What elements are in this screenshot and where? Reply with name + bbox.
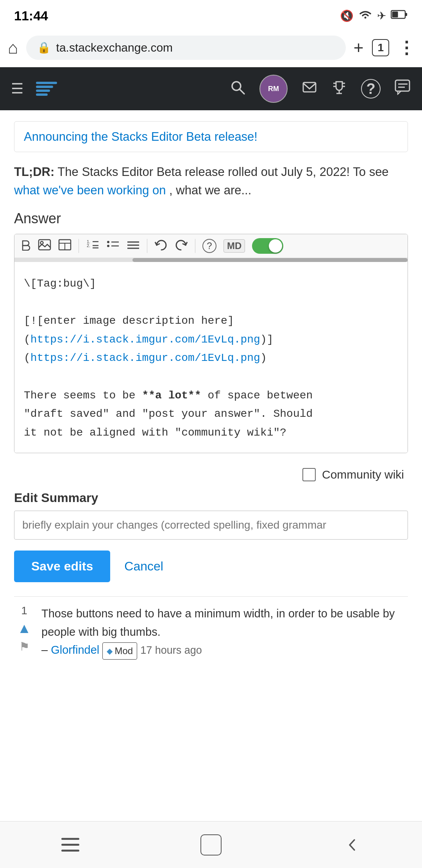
- battery-icon: [391, 9, 408, 22]
- tldr-content2: , what we are...: [169, 183, 251, 197]
- site-header: ☰ RM: [0, 67, 422, 110]
- browser-bar: ⌂ 🔒 ta.stackexchange.com + 1 ⋮: [0, 28, 422, 67]
- tldr-text: TL;DR: The Stacks Editor Beta release ro…: [14, 163, 408, 199]
- home-icon[interactable]: ⌂: [8, 38, 18, 57]
- editor-line-7: There seems to be **a lot** of space bet…: [24, 386, 398, 405]
- main-content: Announcing the Stacks Editor Beta releas…: [0, 110, 422, 671]
- svg-rect-1: [392, 12, 398, 18]
- svg-rect-5: [303, 82, 316, 92]
- svg-text:2.: 2.: [87, 243, 90, 248]
- tldr-label: TL;DR:: [14, 165, 54, 179]
- editor-line-4: (https://i.stack.imgur.com/1EvLq.png)]: [24, 330, 398, 349]
- editor-line-1: \[Tag:bug\]: [24, 274, 398, 293]
- community-wiki-row: Community wiki: [14, 464, 408, 491]
- editor-container: 1. 2.: [14, 234, 408, 453]
- status-icons: 🔇 ✈: [340, 9, 408, 23]
- svg-rect-12: [395, 80, 409, 91]
- mod-label: Mod: [114, 644, 133, 658]
- toolbar-scrollbar-thumb: [132, 258, 408, 262]
- editor-toolbar: 1. 2.: [14, 234, 408, 258]
- nav-line-3: [61, 850, 79, 852]
- mod-diamond-icon: ◆: [107, 645, 113, 657]
- tldr-content: The Stacks Editor Beta release rolled ou…: [57, 165, 388, 179]
- logo-line-4: [36, 93, 48, 96]
- lock-icon: 🔒: [37, 41, 51, 54]
- ordered-list-icon[interactable]: 1. 2.: [86, 239, 99, 253]
- save-edits-button[interactable]: Save edits: [14, 551, 110, 582]
- chat-icon[interactable]: [395, 79, 411, 99]
- comment-dash: –: [41, 644, 48, 656]
- buttons-row: Save edits Cancel: [14, 551, 408, 582]
- home-nav-icon: [200, 834, 222, 855]
- logo-line-2: [36, 86, 53, 88]
- svg-point-25: [107, 241, 109, 243]
- editor-line-3: [![enter image description here]: [24, 312, 398, 330]
- logo-line-1: [36, 82, 57, 84]
- nav-line-2: [61, 844, 79, 846]
- status-time: 11:44: [14, 8, 48, 23]
- site-logo[interactable]: [36, 82, 57, 96]
- comment-vote-col: 1 ▲ ⚑: [14, 604, 34, 653]
- comment-upvote-icon[interactable]: ▲: [17, 620, 31, 637]
- help-toolbar-icon[interactable]: ?: [202, 239, 216, 253]
- mute-icon: 🔇: [340, 9, 354, 22]
- edit-summary-section: Edit Summary: [14, 491, 408, 540]
- hamburger-icon: [61, 838, 79, 852]
- comment-vote-count: 1: [21, 604, 27, 617]
- blockquote-icon[interactable]: [127, 239, 140, 253]
- tldr-link[interactable]: what we've been working on: [14, 183, 166, 197]
- editor-body[interactable]: \[Tag:bug\] [![enter image description h…: [14, 264, 408, 453]
- comment-body: Those buttons need to have a minimum wid…: [41, 607, 395, 638]
- logo-lines: [36, 82, 57, 96]
- community-wiki-checkbox[interactable]: [302, 468, 316, 481]
- nav-menu-button[interactable]: [51, 831, 90, 859]
- community-wiki-label: Community wiki: [322, 468, 404, 481]
- comment-author-link[interactable]: Glorfindel: [51, 644, 99, 656]
- edit-summary-input[interactable]: [14, 511, 408, 540]
- markdown-toggle[interactable]: [252, 238, 283, 254]
- url-text: ta.stackexchange.com: [56, 41, 173, 54]
- hamburger-menu-icon[interactable]: ☰: [11, 81, 23, 97]
- toolbar-scrollbar[interactable]: [14, 258, 408, 262]
- undo-icon[interactable]: [154, 239, 168, 253]
- wifi-icon: [358, 9, 372, 23]
- help-icon[interactable]: ?: [361, 79, 381, 99]
- new-tab-icon[interactable]: +: [354, 38, 364, 57]
- status-bar: 11:44 🔇 ✈: [0, 0, 422, 28]
- inbox-icon[interactable]: [302, 79, 317, 99]
- airplane-icon: ✈: [377, 9, 386, 22]
- bold-icon[interactable]: [20, 239, 31, 253]
- browser-menu-icon[interactable]: ⋮: [398, 38, 414, 57]
- answer-label: Answer: [14, 210, 408, 227]
- image-icon[interactable]: [38, 239, 51, 253]
- editor-line-5: (https://i.stack.imgur.com/1EvLq.png): [24, 349, 398, 368]
- nav-bar: [0, 821, 422, 868]
- toolbar-divider-2: [147, 239, 147, 253]
- comment-time: 17 hours ago: [140, 644, 202, 656]
- trophy-icon[interactable]: [331, 79, 347, 99]
- comment-section: 1 ▲ ⚑ Those buttons need to have a minim…: [14, 596, 408, 660]
- editor-line-9: it not be aligned with "community wiki"?: [24, 423, 398, 442]
- url-bar[interactable]: 🔒 ta.stackexchange.com: [26, 36, 346, 60]
- nav-line-1: [61, 838, 79, 840]
- search-icon[interactable]: [230, 79, 245, 99]
- svg-line-4: [240, 89, 244, 94]
- nav-back-button[interactable]: [332, 831, 371, 859]
- nav-home-button[interactable]: [191, 831, 231, 859]
- comment-flag-icon[interactable]: ⚑: [19, 640, 30, 653]
- reinstate-monica-badge[interactable]: RM: [259, 75, 288, 103]
- table-icon[interactable]: [58, 239, 72, 253]
- toolbar-divider: [79, 239, 79, 253]
- redo-icon[interactable]: [175, 239, 188, 253]
- cancel-button[interactable]: Cancel: [124, 559, 163, 574]
- logo-line-3: [36, 90, 50, 92]
- tab-count[interactable]: 1: [372, 39, 389, 56]
- svg-rect-15: [39, 240, 50, 250]
- toolbar-divider-3: [195, 239, 195, 253]
- header-actions: RM ?: [230, 75, 411, 103]
- announcement-link[interactable]: Announcing the Stacks Editor Beta releas…: [24, 130, 257, 143]
- comment-text: Those buttons need to have a minimum wid…: [41, 604, 408, 660]
- markdown-badge[interactable]: MD: [224, 239, 245, 253]
- comment-row: 1 ▲ ⚑ Those buttons need to have a minim…: [14, 604, 408, 660]
- unordered-list-icon[interactable]: [106, 239, 120, 253]
